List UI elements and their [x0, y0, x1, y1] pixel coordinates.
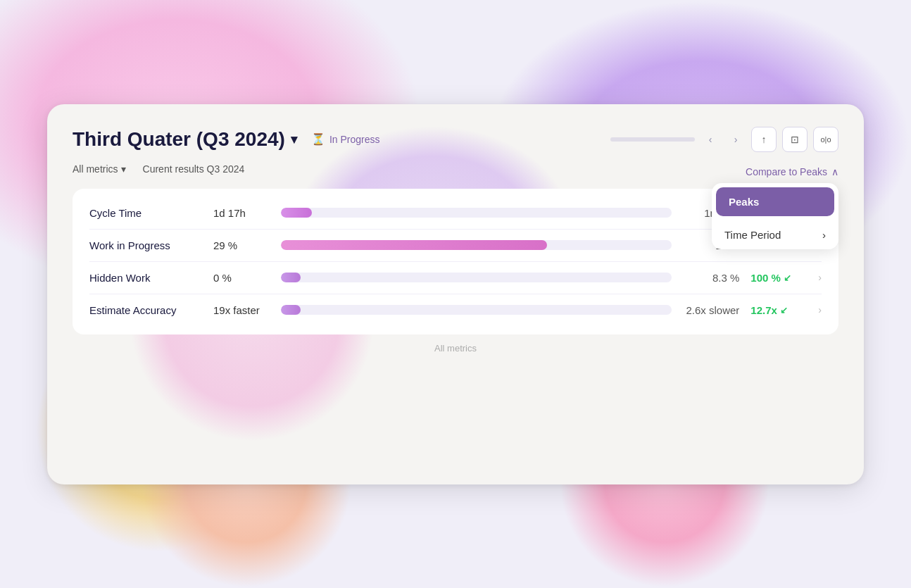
metric-name: Estimate Accuracy	[89, 304, 202, 316]
metric-change: 100 % ↙	[750, 272, 807, 284]
metric-name: Cycle Time	[89, 207, 202, 219]
page-title: Third Quater (Q3 2024) ▾	[73, 128, 297, 151]
header-left: Third Quater (Q3 2024) ▾ ⏳ In Progress	[73, 128, 379, 151]
compare-peaks-option[interactable]: Peaks	[716, 187, 834, 216]
upload-button[interactable]: ↑	[751, 127, 777, 152]
all-metrics-label: All metrics	[73, 163, 118, 175]
metric-value: 19x faster	[213, 304, 270, 316]
title-dropdown-icon[interactable]: ▾	[291, 132, 297, 147]
compare-area: Compare to Peaks ∧ Peaks Time Period ›	[712, 166, 838, 249]
metric-bar	[281, 305, 672, 315]
title-text: Third Quater (Q3 2024)	[73, 128, 285, 151]
code-button[interactable]: o|o	[813, 127, 838, 152]
bar-fill	[281, 208, 312, 218]
nav-next-button[interactable]: ›	[726, 130, 746, 149]
status-hourglass-icon: ⏳	[311, 132, 325, 146]
progress-mini-bar	[610, 137, 695, 142]
footer-all-metrics[interactable]: All metrics	[73, 334, 838, 362]
row-detail-button[interactable]: ›	[818, 304, 822, 315]
time-period-label: Time Period	[724, 229, 781, 241]
time-period-arrow: ›	[822, 229, 826, 241]
header-row: Third Quater (Q3 2024) ▾ ⏳ In Progress ‹…	[73, 127, 838, 152]
metric-bar	[281, 208, 672, 218]
metric-value: 29 %	[213, 239, 270, 251]
header-right: ‹ › ↑ ⊡ o|o	[610, 127, 838, 152]
metric-value: 1d 17h	[213, 207, 270, 219]
change-arrow-icon: ↙	[780, 305, 788, 315]
row-detail-button[interactable]: ›	[818, 272, 822, 283]
change-value: 12.7x	[750, 304, 777, 316]
code-icon: o|o	[820, 135, 831, 144]
table-row: Hidden Work 0 % 8.3 % 100 % ↙ ›	[89, 262, 822, 294]
upload-icon: ↑	[762, 134, 767, 145]
doc-button[interactable]: ⊡	[782, 127, 808, 152]
compare-toggle-icon: ∧	[831, 166, 838, 177]
metric-name: Work in Progress	[89, 239, 202, 251]
doc-icon: ⊡	[791, 134, 799, 145]
metric-peak: 8.3 %	[683, 272, 739, 284]
compare-label: Compare to Peaks	[746, 166, 827, 177]
bar-fill	[281, 240, 547, 250]
metric-bar	[281, 273, 672, 282]
compare-toggle-button[interactable]: Compare to Peaks ∧	[712, 166, 838, 177]
bar-toggle	[281, 305, 301, 315]
change-arrow-icon: ↙	[784, 273, 791, 283]
all-metrics-dropdown-icon: ▾	[121, 163, 126, 175]
nav-prev-button[interactable]: ‹	[700, 130, 720, 149]
status-label: In Progress	[329, 134, 380, 145]
metric-peak: 2.6x slower	[683, 304, 739, 316]
metric-bar	[281, 240, 672, 250]
change-value: 100 %	[750, 272, 781, 284]
main-card: Third Quater (Q3 2024) ▾ ⏳ In Progress ‹…	[47, 104, 864, 484]
metric-name: Hidden Work	[89, 272, 202, 284]
bar-toggle	[281, 273, 301, 282]
current-results-label: Curent results Q3 2024	[143, 163, 245, 175]
table-row: Estimate Accuracy 19x faster 2.6x slower…	[89, 294, 822, 326]
all-metrics-button[interactable]: All metrics ▾	[73, 163, 126, 175]
metric-change: 12.7x ↙	[750, 304, 807, 316]
metric-value: 0 %	[213, 272, 270, 284]
compare-time-option[interactable]: Time Period ›	[712, 220, 838, 249]
compare-dropdown: Peaks Time Period ›	[712, 183, 838, 249]
status-badge: ⏳ In Progress	[311, 132, 380, 146]
